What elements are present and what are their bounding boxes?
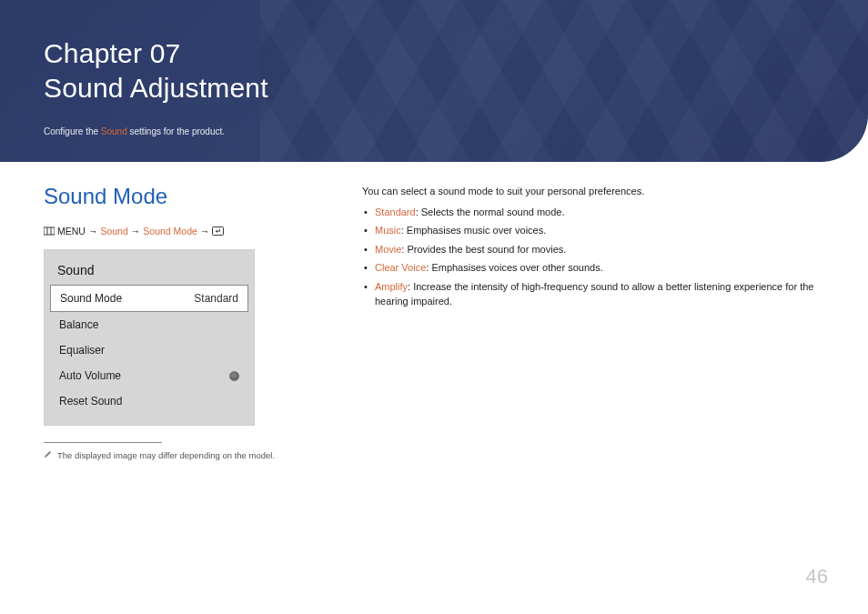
- mode-name: Amplify: [375, 281, 408, 292]
- chapter-number: Chapter 07: [44, 38, 180, 68]
- menu-grid-icon: [44, 226, 55, 236]
- mode-name: Movie: [375, 244, 401, 255]
- description-text: You can select a sound mode to suit your…: [362, 184, 824, 199]
- pencil-icon: [44, 450, 52, 458]
- enter-icon: [212, 226, 224, 236]
- mode-desc: : Provides the best sound for movies.: [401, 244, 566, 255]
- menu-item-value: Standard: [194, 292, 238, 305]
- footnote-rule: [44, 442, 162, 443]
- list-item: Standard: Selects the normal sound mode.: [362, 205, 824, 220]
- menu-item-auto-volume[interactable]: Auto Volume: [50, 363, 248, 388]
- sound-mode-list: Standard: Selects the normal sound mode.…: [362, 205, 824, 309]
- footnote-text: The displayed image may differ depending…: [57, 450, 275, 460]
- mode-name: Standard: [375, 206, 416, 217]
- chapter-banner: Chapter 07 Sound Adjustment Configure th…: [0, 0, 868, 162]
- list-item: Clear Voice: Emphasises voices over othe…: [362, 260, 824, 276]
- menu-item-sound-mode[interactable]: Sound Mode Standard: [50, 285, 248, 312]
- list-item: Movie: Provides the best sound for movie…: [362, 242, 824, 257]
- highlight-word: Sound: [101, 126, 127, 136]
- breadcrumb-arrow: →: [88, 226, 98, 237]
- mode-desc: : Emphasises music over voices.: [401, 225, 547, 236]
- list-item: Music: Emphasises music over voices.: [362, 223, 824, 238]
- footnote: The displayed image may differ depending…: [44, 450, 326, 460]
- mode-desc: : Emphasises voices over other sounds.: [426, 262, 602, 273]
- menu-item-label: Auto Volume: [59, 369, 121, 382]
- osd-menu-panel: Sound Sound Mode Standard Balance Equali…: [44, 249, 255, 426]
- menu-item-balance[interactable]: Balance: [50, 312, 248, 337]
- breadcrumb-arrow: →: [131, 226, 141, 237]
- breadcrumb: MENU → Sound → Sound Mode →: [44, 226, 326, 237]
- osd-menu-list: Sound Mode Standard Balance Equaliser Au…: [45, 285, 254, 414]
- menu-item-label: Balance: [59, 318, 98, 331]
- list-item: Amplify: Increase the intensity of high-…: [362, 279, 824, 309]
- section-title: Sound Mode: [44, 184, 326, 209]
- breadcrumb-arrow: →: [200, 226, 210, 237]
- menu-item-label: Reset Sound: [59, 395, 122, 408]
- osd-menu-title: Sound: [45, 259, 254, 285]
- svg-rect-0: [44, 227, 55, 235]
- page-number: 46: [806, 565, 828, 589]
- breadcrumb-item-sound-mode: Sound Mode: [143, 226, 197, 237]
- chapter-title: Sound Adjustment: [44, 73, 268, 103]
- mode-desc: : Increase the intensity of high-frequen…: [375, 281, 813, 307]
- banner-description: Configure the Sound settings for the pro…: [44, 126, 824, 136]
- menu-item-reset-sound[interactable]: Reset Sound: [50, 388, 248, 414]
- mode-name: Music: [375, 225, 401, 236]
- menu-item-label: Sound Mode: [60, 292, 122, 305]
- chapter-heading: Chapter 07 Sound Adjustment: [44, 36, 824, 105]
- breadcrumb-item-sound: Sound: [100, 226, 127, 237]
- breadcrumb-menu-label: MENU: [57, 226, 86, 237]
- menu-item-equaliser[interactable]: Equaliser: [50, 337, 248, 363]
- mode-name: Clear Voice: [375, 262, 426, 273]
- menu-item-label: Equaliser: [59, 344, 105, 357]
- mode-desc: : Selects the normal sound mode.: [416, 206, 565, 217]
- radio-off-icon: [229, 371, 239, 381]
